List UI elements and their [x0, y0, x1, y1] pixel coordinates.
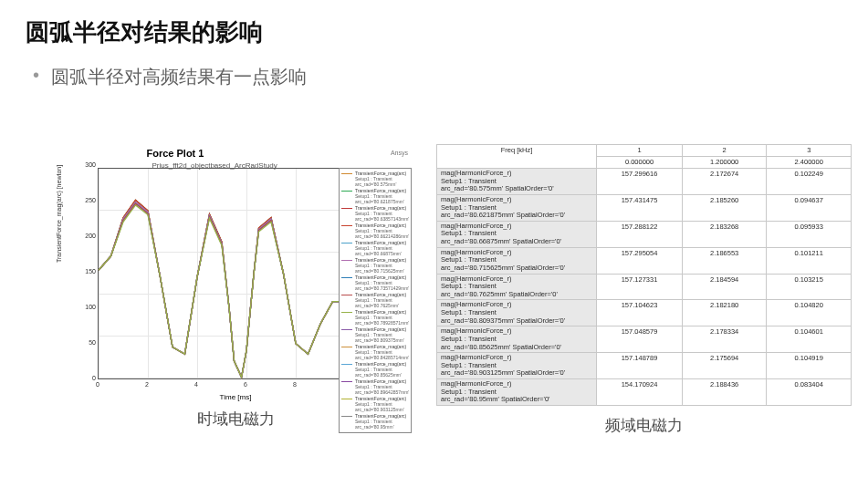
legend-swatch — [341, 277, 352, 278]
ytick: 100 — [85, 303, 96, 309]
ytick: 0 — [92, 375, 96, 381]
legend-swatch — [341, 329, 352, 330]
cell-value: 2.186553 — [682, 247, 767, 274]
legend-swatch — [341, 381, 352, 382]
legend-entry: TransientForce_mag(arc)Setup1 : Transien… — [341, 361, 409, 378]
series-line — [99, 202, 345, 378]
cell-value: 2.188436 — [682, 379, 767, 406]
legend-sub: arc_rad='80.89642857mm' — [341, 389, 409, 395]
series-line — [99, 203, 345, 377]
slide: 圆弧半径对结果的影响 圆弧半径对高频结果有一点影响 Force Plot 1 P… — [0, 0, 868, 487]
cell-value: 2.184594 — [682, 274, 767, 300]
ytick: 200 — [85, 232, 96, 238]
table-row: mag(HarmonicForce_r)Setup1 : Transientar… — [437, 353, 852, 379]
col-idx: 3 — [767, 145, 852, 157]
legend-entry: TransientForce_mag(arc)Setup1 : Transien… — [341, 171, 409, 187]
cell-value: 0.103215 — [767, 274, 852, 300]
table-row: mag(HarmonicForce_r)Setup1 : Transientar… — [437, 194, 852, 221]
legend-sub: arc_rad='80.715625mm' — [341, 268, 409, 274]
legend-sub: arc_rad='80.95mm' — [341, 424, 409, 430]
legend-sub: arc_rad='80.575mm' — [341, 181, 409, 187]
left-caption: 时域电磁力 — [197, 409, 275, 430]
right-caption: 频域电磁力 — [605, 415, 683, 436]
row-label: mag(HarmonicForce_r)Setup1 : Transientar… — [437, 300, 597, 326]
legend-entry: TransientForce_mag(arc)Setup1 : Transien… — [341, 378, 409, 395]
col-freq: 2.400000 — [767, 157, 852, 169]
legend-entry: TransientForce_mag(arc)Setup1 : Transien… — [341, 223, 409, 239]
legend-swatch — [341, 399, 352, 399]
series-line — [99, 205, 345, 378]
row-label: mag(HarmonicForce_r)Setup1 : Transientar… — [437, 169, 597, 195]
legend-sub: arc_rad='80.78928571mm' — [341, 320, 409, 326]
xtick: 6 — [244, 381, 247, 388]
cell-value: 157.431475 — [597, 194, 683, 221]
col-idx: 2 — [682, 145, 767, 157]
cell-value: 157.148789 — [597, 353, 683, 379]
cell-value: 2.183268 — [682, 221, 767, 247]
row-label: mag(HarmonicForce_r)Setup1 : Transientar… — [437, 274, 597, 300]
legend-swatch — [341, 347, 352, 347]
bullet-text: 圆弧半径对高频结果有一点影响 — [51, 65, 868, 89]
cell-value: 0.104820 — [767, 300, 852, 326]
ytick: 250 — [85, 196, 96, 202]
cell-value: 157.295054 — [597, 247, 683, 274]
legend-sub: arc_rad='80.84285714mm' — [341, 355, 409, 360]
col-freq: 0.000000 — [597, 157, 683, 169]
series-line — [99, 201, 345, 378]
row-label: mag(HarmonicForce_r)Setup1 : Transientar… — [437, 353, 597, 379]
time-plot-column: Force Plot 1 Prius_fft2d_objectbased_Arc… — [53, 144, 418, 430]
legend-sub: arc_rad='80.621875mm' — [341, 199, 409, 204]
cell-value: 2.175694 — [682, 353, 767, 379]
xtick: 0 — [96, 381, 99, 388]
xtick: 8 — [293, 381, 297, 388]
legend-sub: arc_rad='80.63857143mm' — [341, 216, 409, 222]
table-row: mag(HarmonicForce_r)Setup1 : Transientar… — [437, 300, 852, 326]
cell-value: 2.172674 — [682, 169, 767, 195]
row-label: mag(HarmonicForce_r)Setup1 : Transientar… — [437, 326, 597, 353]
freq-header-label: Freq [kHz] — [437, 145, 597, 169]
cell-value: 2.182180 — [682, 300, 767, 326]
legend-entry: TransientForce_mag(arc)Setup1 : Transien… — [341, 326, 409, 343]
legend-swatch — [341, 364, 352, 365]
xtick: 2 — [145, 381, 149, 388]
chart-title: Force Plot 1 Prius_fft2d_objectbased_Arc… — [147, 148, 325, 170]
legend-entry: TransientForce_mag(arc)Setup1 : Transien… — [341, 205, 409, 222]
chart-lines-svg — [99, 169, 345, 378]
legend-entry: TransientForce_mag(arc)Setup1 : Transien… — [341, 240, 409, 256]
chart-yticks: 0 50 100 150 200 250 300 — [79, 164, 96, 378]
cell-value: 157.104623 — [597, 300, 683, 326]
legend-entry: TransientForce_mag(arc)Setup1 : Transien… — [341, 257, 409, 274]
row-label: mag(HarmonicForce_r)Setup1 : Transientar… — [437, 379, 597, 406]
ytick: 300 — [85, 161, 96, 168]
cell-value: 0.104919 — [767, 353, 852, 379]
chart-brand: Ansys — [391, 150, 408, 156]
cell-value: 0.101211 — [767, 247, 852, 274]
ytick: 50 — [89, 338, 96, 345]
legend-entry: TransientForce_mag(arc)Setup1 : Transien… — [341, 413, 409, 430]
table-row: mag(HarmonicForce_r)Setup1 : Transientar… — [437, 169, 852, 195]
cell-value: 154.170924 — [597, 379, 683, 406]
content-row: Force Plot 1 Prius_fft2d_objectbased_Arc… — [53, 144, 852, 465]
legend-swatch — [341, 191, 352, 192]
legend-swatch — [341, 173, 352, 174]
cell-value: 157.299616 — [597, 169, 683, 195]
legend-swatch — [341, 295, 352, 295]
legend-sub: arc_rad='80.73571429mm' — [341, 285, 409, 291]
cell-value: 0.083404 — [767, 379, 852, 406]
chart-xlabel: Time [ms] — [220, 393, 252, 401]
chart-ylabel: TransientForce_mag(arc) [newton] — [56, 165, 62, 263]
legend-swatch — [341, 225, 352, 226]
row-label: mag(HarmonicForce_r)Setup1 : Transientar… — [437, 247, 597, 274]
legend-sub: arc_rad='80.809375mm' — [341, 337, 409, 343]
row-label: mag(HarmonicForce_r)Setup1 : Transientar… — [437, 221, 597, 247]
cell-value: 157.048579 — [597, 326, 683, 353]
legend-swatch — [341, 208, 352, 209]
cell-value: 0.102249 — [767, 169, 852, 195]
legend-swatch — [341, 243, 352, 244]
freq-table-head: Freq [kHz] 1 2 3 0.000000 1.200000 2.400… — [437, 145, 852, 169]
col-freq: 1.200000 — [682, 157, 767, 169]
legend-sub: arc_rad='80.903125mm' — [341, 407, 409, 412]
legend-entry: TransientForce_mag(arc)Setup1 : Transien… — [341, 188, 409, 204]
chart-xticks: 0 2 4 6 8 10 — [98, 381, 344, 390]
cell-value: 0.104601 — [767, 326, 852, 353]
